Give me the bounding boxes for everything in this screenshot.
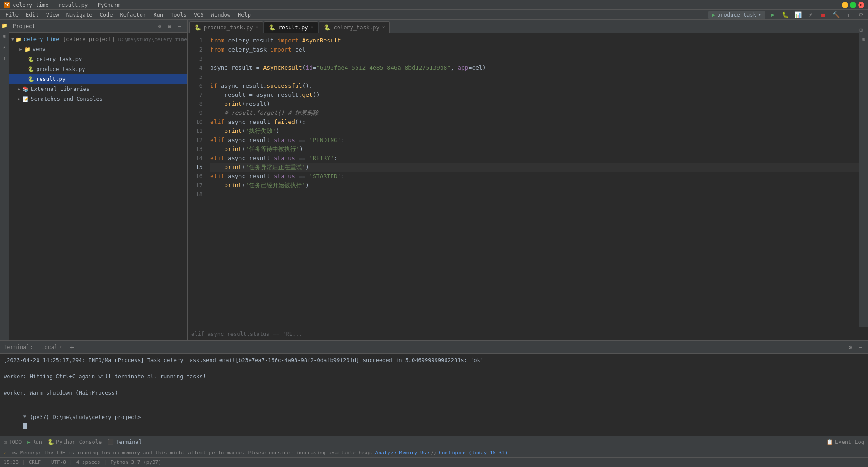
project-icon[interactable]: 📁 [1,22,8,29]
code-line-14: elif async_result.status == 'RETRY': [210,154,859,163]
window-controls[interactable]: − □ × [842,2,864,8]
project-panel-header: Project ⚙ ⊞ — [9,20,187,33]
python-console-icon: 🐍 [47,439,54,445]
menu-run[interactable]: Run [150,11,167,19]
produce-task-icon: 🐍 [28,66,34,72]
build-button[interactable]: 🔨 [831,10,841,20]
status-python-label: Python 3.7 (py37) [110,459,161,465]
menu-tools[interactable]: Tools [167,11,190,19]
editor-tabs: 🐍 produce_task.py × 🐍 result.py × 🐍 cele… [188,20,868,33]
menu-view[interactable]: View [42,11,63,19]
code-line-4: async_result = AsyncResult(id="6193fae4-… [210,63,859,72]
line-num-13: 13 [188,145,206,154]
action-event-log[interactable]: 📋 Event Log [826,439,864,445]
status-sep-2: | [44,459,47,465]
analyze-memory-link[interactable]: Analyze Memory Use [375,450,429,456]
celery-task-icon: 🐍 [28,56,34,62]
tree-scratches-label: Scratches and Consoles [31,96,103,102]
line-num-11: 11 [188,127,206,136]
status-position[interactable]: 15:23 [4,459,19,465]
terminal-line-1: [2023-04-20 14:25:17,294: INFO/MainProce… [4,356,864,364]
tab-local-close[interactable]: × [59,344,62,349]
panel-collapse-icon[interactable]: — [175,22,183,30]
run-button[interactable]: ▶ [768,10,778,20]
menu-vcs[interactable]: VCS [190,11,207,19]
code-line-12: elif async_result.status == 'PENDING': [210,136,859,145]
tab-result[interactable]: 🐍 result.py × [264,21,318,33]
tree-item-celery-task[interactable]: ▶ 🐍 celery_task.py [9,54,187,64]
profile-button[interactable]: ⚡ [806,10,816,20]
status-indent[interactable]: 4 spaces [76,459,100,465]
code-line-17: print('任务已经开始被执行') [210,181,859,190]
action-python-console[interactable]: 🐍 Python Console [47,439,102,445]
menu-file[interactable]: File [2,11,22,19]
tree-item-venv[interactable]: ▶ 📁 venv [9,44,187,54]
tree-item-produce-task[interactable]: ▶ 🐍 produce_task.py [9,64,187,74]
right-icon-1[interactable]: ⊞ [860,35,868,42]
tab-celery-task[interactable]: 🐍 celery_task.py × [319,21,389,33]
vcs-button[interactable]: ↑ [844,10,854,20]
code-line-10: elif async_result.failed(): [210,118,859,127]
code-area-wrapper: 1 2 3 4 5 6 7 8 9 10 11 12 13 14 15 16 1… [188,33,868,327]
status-python[interactable]: Python 3.7 (py37) [110,459,161,465]
panel-expand-icon[interactable]: ⊞ [165,22,174,30]
project-panel: Project ⚙ ⊞ — ▼ 📁 celery_time [celery_pr… [9,20,188,340]
maximize-button[interactable]: □ [850,2,856,8]
menu-refactor[interactable]: Refactor [116,11,150,19]
terminal-settings-icon[interactable]: ⚙ [846,343,854,351]
panel-settings-icon[interactable]: ⚙ [155,22,164,30]
close-button[interactable]: × [858,2,864,8]
action-terminal-label: Terminal [116,439,142,445]
right-sidebar-icons: ⊞ [859,33,868,327]
code-line-2: from celery_task import cel [210,45,859,54]
tree-root[interactable]: ▼ 📁 celery_time [celery_project] D:\me\s… [9,34,187,44]
terminal-content[interactable]: [2023-04-20 14:25:17,294: INFO/MainProce… [0,354,868,435]
tab-celery-task-close[interactable]: × [382,25,385,30]
action-todo[interactable]: ☑ TODO [4,439,22,445]
status-encoding[interactable]: UTF-8 [51,459,66,465]
line-num-10: 10 [188,118,206,127]
tab-produce-task-close[interactable]: × [255,25,258,30]
status-sep-4: | [104,459,107,465]
coverage-button[interactable]: 📊 [793,10,803,20]
tree-item-result[interactable]: ▶ 🐍 result.py [9,74,187,84]
structure-icon[interactable]: ⊞ [1,33,8,40]
code-line-6: if async_result.successful(): [210,81,859,90]
favorites-icon[interactable]: ★ [1,43,8,51]
menu-edit[interactable]: Edit [22,11,42,19]
action-terminal[interactable]: ⬛ Terminal [107,439,142,445]
history-button[interactable]: ⟳ [856,10,866,20]
terminal-prompt: * (py37) D:\me\study\celery_project> [23,414,141,420]
bottom-panel-icons: ⚙ — [846,343,864,351]
vcs-icon[interactable]: ↑ [1,54,8,61]
run-config-selector[interactable]: ▶ produce_task ▾ [708,11,765,19]
debug-button[interactable]: 🐛 [780,10,790,20]
tree-item-external-libs[interactable]: ▶ 📚 External Libraries [9,84,187,94]
line-num-14: 14 [188,154,206,163]
window-title: celery_time - result.py - PyCharm [13,2,120,8]
bottom-preview: elif async_result.status == 'RE... [188,327,868,340]
status-bar: 15:23 | CRLF | UTF-8 | 4 spaces | Python… [0,457,868,467]
tab-produce-task[interactable]: 🐍 produce_task.py × [189,21,263,33]
ext-libs-arrow: ▶ [16,86,22,92]
run-config-label: produce_task [717,12,756,18]
menu-window[interactable]: Window [207,11,234,19]
tab-local[interactable]: Local × [37,342,66,352]
code-line-5 [210,72,859,81]
new-terminal-button[interactable]: + [68,344,75,351]
minimize-button[interactable]: − [842,2,848,8]
run-config-icon: ▶ [712,12,715,18]
menu-code[interactable]: Code [96,11,117,19]
action-run[interactable]: ▶ Run [27,439,42,445]
status-crlf[interactable]: CRLF [29,459,41,465]
code-content[interactable]: from celery.result import AsyncResult fr… [206,33,859,327]
stop-button[interactable]: ■ [818,10,828,20]
tree-item-scratches[interactable]: ▶ 📝 Scratches and Consoles [9,94,187,104]
line-num-2: 2 [188,45,206,54]
menu-help[interactable]: Help [234,11,254,19]
terminal-hide-icon[interactable]: — [856,343,864,351]
configure-link[interactable]: Configure (today 16:31) [439,450,507,456]
terminal-icon: ⬛ [107,439,114,445]
menu-navigate[interactable]: Navigate [63,11,96,19]
tab-result-close[interactable]: × [310,25,313,30]
